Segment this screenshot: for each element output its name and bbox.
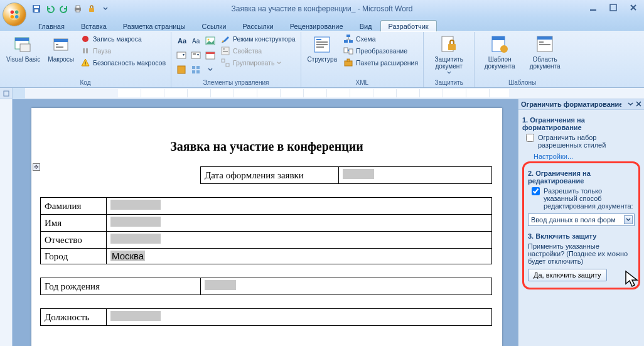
- tab-review[interactable]: Рецензирование: [282, 20, 352, 31]
- svg-rect-16: [20, 44, 30, 51]
- svg-rect-13: [610, 4, 616, 11]
- schema-button[interactable]: Схема: [342, 33, 419, 45]
- redo-icon[interactable]: [59, 4, 69, 14]
- svg-rect-20: [56, 46, 63, 48]
- table-row: Отчество: [41, 232, 492, 249]
- quick-access-toolbar: [31, 4, 110, 14]
- maximize-button[interactable]: [606, 3, 620, 13]
- highlighted-section: 2. Ограничения на редактирование Разреши…: [522, 161, 640, 289]
- document-panel-button[interactable]: Область документа: [523, 33, 566, 71]
- control-combobox-icon[interactable]: [175, 49, 188, 62]
- table-anchor-icon[interactable]: ✥: [33, 163, 40, 171]
- transform-button[interactable]: Преобразование: [342, 45, 419, 57]
- svg-text:!: !: [85, 60, 87, 67]
- protect-document-button[interactable]: Защитить документ: [427, 33, 470, 75]
- control-legacy-dropdown-icon[interactable]: [204, 63, 217, 76]
- ribbon-group-code: Visual Basic Макросы Запись макроса Пауз…: [0, 32, 171, 87]
- xml-group-label: XML: [305, 78, 420, 87]
- editing-type-select[interactable]: Ввод данных в поля форм: [528, 214, 635, 226]
- svg-rect-63: [539, 41, 544, 43]
- schema-label: Схема: [356, 35, 376, 43]
- macros-button[interactable]: Макросы: [45, 33, 77, 64]
- tab-mailings[interactable]: Рассылки: [234, 20, 281, 31]
- tab-references[interactable]: Ссылки: [194, 20, 235, 31]
- lock-icon[interactable]: [87, 4, 97, 14]
- svg-rect-52: [344, 48, 348, 53]
- position-field[interactable]: [110, 311, 161, 321]
- svg-rect-19: [56, 44, 58, 45]
- expansion-packs-button[interactable]: Пакеты расширения: [342, 57, 419, 68]
- save-icon[interactable]: [31, 4, 41, 14]
- table-row: Имя: [41, 215, 492, 232]
- date-label: Дата оформления заявки: [201, 167, 339, 184]
- patronymic-field[interactable]: [110, 234, 161, 244]
- svg-rect-35: [192, 66, 195, 69]
- svg-rect-41: [223, 51, 228, 52]
- svg-rect-62: [537, 36, 552, 40]
- group-button: Группировать: [219, 57, 297, 68]
- design-mode-button[interactable]: Режим конструктора: [219, 33, 297, 45]
- window-title: Заявка на участие в конференции_ - Micro…: [231, 4, 412, 13]
- ruler-corner[interactable]: [0, 88, 13, 99]
- code-group-label: Код: [4, 78, 167, 87]
- close-button[interactable]: [626, 3, 640, 13]
- birth-year-field[interactable]: [205, 280, 236, 290]
- office-button[interactable]: [3, 3, 26, 26]
- horizontal-ruler[interactable]: [25, 88, 644, 99]
- tab-page-layout[interactable]: Разметка страницы: [115, 20, 194, 31]
- control-building-block-icon[interactable]: [190, 63, 202, 76]
- name-label: Имя: [41, 215, 107, 232]
- svg-rect-6: [34, 6, 39, 8]
- date-field[interactable]: [343, 169, 374, 179]
- svg-rect-30: [191, 52, 200, 58]
- restrict-styles-checkbox[interactable]: [526, 134, 534, 142]
- document-template-button[interactable]: Шаблон документа: [478, 33, 521, 71]
- tab-home[interactable]: Главная: [30, 20, 73, 31]
- taskpane-dropdown-icon[interactable]: [628, 100, 633, 108]
- restrict-formatting-pane: Ограничить форматирование 1. Ограничения…: [518, 99, 644, 346]
- document-area[interactable]: Заявка на участие в конференции ✥ Дата о…: [13, 99, 518, 346]
- print-icon[interactable]: [73, 4, 83, 14]
- vertical-ruler[interactable]: [0, 99, 13, 346]
- macro-security-button[interactable]: !Безопасность макросов: [79, 57, 167, 68]
- svg-rect-15: [15, 38, 29, 41]
- control-picture-icon[interactable]: [204, 35, 217, 47]
- structure-button[interactable]: Структура: [305, 33, 340, 64]
- svg-rect-36: [196, 66, 200, 69]
- pause-macro-button: Пауза: [79, 45, 167, 57]
- tab-view[interactable]: Вид: [352, 20, 380, 31]
- control-date-icon[interactable]: [204, 49, 217, 62]
- settings-link[interactable]: Настройки...: [534, 153, 640, 160]
- control-legacy-icon[interactable]: [175, 63, 188, 76]
- surname-field[interactable]: [110, 200, 161, 210]
- record-macro-button[interactable]: Запись макроса: [79, 33, 167, 45]
- group-controls-label: Группировать: [233, 59, 274, 67]
- enable-protection-button[interactable]: Да, включить защиту: [528, 269, 607, 281]
- patronymic-label: Отчество: [41, 232, 107, 249]
- title-bar: Заявка на участие в конференции_ - Micro…: [0, 0, 644, 18]
- svg-rect-11: [89, 8, 94, 12]
- city-field[interactable]: Москва: [110, 251, 145, 261]
- control-dropdown-icon[interactable]: [190, 49, 202, 62]
- minimize-button[interactable]: [586, 3, 600, 13]
- name-field[interactable]: [110, 217, 161, 227]
- schema-icon: [343, 34, 353, 44]
- undo-icon[interactable]: [45, 4, 55, 14]
- protect-group-label: Защитить: [427, 78, 470, 87]
- svg-rect-48: [316, 46, 324, 48]
- tab-developer[interactable]: Разработчик: [380, 20, 437, 31]
- svg-text:Aa: Aa: [192, 38, 200, 45]
- svg-rect-7: [35, 9, 38, 12]
- visual-basic-button[interactable]: Visual Basic: [4, 33, 43, 64]
- allow-editing-checkbox[interactable]: [532, 187, 540, 195]
- table-row: Фамилия: [41, 198, 492, 215]
- qat-dropdown-icon[interactable]: [100, 4, 110, 14]
- section3-text: Применить указанные настройки? (Позднее …: [528, 242, 635, 265]
- ribbon-tabs: Главная Вставка Разметка страницы Ссылки…: [0, 18, 644, 31]
- tab-insert[interactable]: Вставка: [73, 20, 115, 31]
- taskpane-close-icon[interactable]: [636, 100, 641, 108]
- workspace: Заявка на участие в конференции ✥ Дата о…: [0, 99, 644, 346]
- svg-rect-31: [193, 53, 196, 55]
- control-richtext-icon[interactable]: Aa: [175, 35, 188, 47]
- control-text-icon[interactable]: Aa: [190, 35, 202, 47]
